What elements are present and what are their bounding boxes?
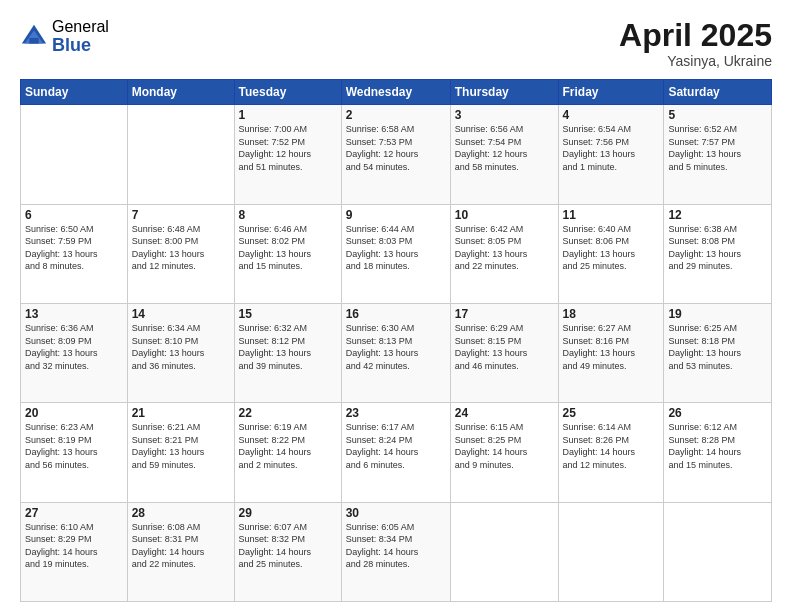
logo-general: General (52, 18, 109, 36)
day-info: Sunrise: 6:14 AM Sunset: 8:26 PM Dayligh… (563, 421, 660, 471)
day-info: Sunrise: 6:46 AM Sunset: 8:02 PM Dayligh… (239, 223, 337, 273)
table-row: 29Sunrise: 6:07 AM Sunset: 8:32 PM Dayli… (234, 502, 341, 601)
day-info: Sunrise: 6:29 AM Sunset: 8:15 PM Dayligh… (455, 322, 554, 372)
day-info: Sunrise: 6:52 AM Sunset: 7:57 PM Dayligh… (668, 123, 767, 173)
day-info: Sunrise: 6:23 AM Sunset: 8:19 PM Dayligh… (25, 421, 123, 471)
table-row: 13Sunrise: 6:36 AM Sunset: 8:09 PM Dayli… (21, 303, 128, 402)
day-info: Sunrise: 6:30 AM Sunset: 8:13 PM Dayligh… (346, 322, 446, 372)
header-saturday: Saturday (664, 80, 772, 105)
day-info: Sunrise: 6:36 AM Sunset: 8:09 PM Dayligh… (25, 322, 123, 372)
logo-blue: Blue (52, 36, 109, 56)
day-info: Sunrise: 6:50 AM Sunset: 7:59 PM Dayligh… (25, 223, 123, 273)
table-row: 21Sunrise: 6:21 AM Sunset: 8:21 PM Dayli… (127, 403, 234, 502)
table-row: 9Sunrise: 6:44 AM Sunset: 8:03 PM Daylig… (341, 204, 450, 303)
day-info: Sunrise: 6:48 AM Sunset: 8:00 PM Dayligh… (132, 223, 230, 273)
day-number: 12 (668, 208, 767, 222)
day-number: 23 (346, 406, 446, 420)
day-info: Sunrise: 7:00 AM Sunset: 7:52 PM Dayligh… (239, 123, 337, 173)
calendar-week-row: 6Sunrise: 6:50 AM Sunset: 7:59 PM Daylig… (21, 204, 772, 303)
table-row: 8Sunrise: 6:46 AM Sunset: 8:02 PM Daylig… (234, 204, 341, 303)
day-number: 18 (563, 307, 660, 321)
day-number: 14 (132, 307, 230, 321)
table-row: 17Sunrise: 6:29 AM Sunset: 8:15 PM Dayli… (450, 303, 558, 402)
day-info: Sunrise: 6:19 AM Sunset: 8:22 PM Dayligh… (239, 421, 337, 471)
header-tuesday: Tuesday (234, 80, 341, 105)
day-number: 15 (239, 307, 337, 321)
table-row: 14Sunrise: 6:34 AM Sunset: 8:10 PM Dayli… (127, 303, 234, 402)
day-info: Sunrise: 6:15 AM Sunset: 8:25 PM Dayligh… (455, 421, 554, 471)
day-number: 13 (25, 307, 123, 321)
day-number: 8 (239, 208, 337, 222)
day-info: Sunrise: 6:05 AM Sunset: 8:34 PM Dayligh… (346, 521, 446, 571)
header-wednesday: Wednesday (341, 80, 450, 105)
table-row: 15Sunrise: 6:32 AM Sunset: 8:12 PM Dayli… (234, 303, 341, 402)
calendar-week-row: 27Sunrise: 6:10 AM Sunset: 8:29 PM Dayli… (21, 502, 772, 601)
table-row: 25Sunrise: 6:14 AM Sunset: 8:26 PM Dayli… (558, 403, 664, 502)
table-row: 6Sunrise: 6:50 AM Sunset: 7:59 PM Daylig… (21, 204, 128, 303)
table-row: 1Sunrise: 7:00 AM Sunset: 7:52 PM Daylig… (234, 105, 341, 204)
day-number: 3 (455, 108, 554, 122)
calendar-week-row: 13Sunrise: 6:36 AM Sunset: 8:09 PM Dayli… (21, 303, 772, 402)
table-row (127, 105, 234, 204)
table-row: 26Sunrise: 6:12 AM Sunset: 8:28 PM Dayli… (664, 403, 772, 502)
table-row: 30Sunrise: 6:05 AM Sunset: 8:34 PM Dayli… (341, 502, 450, 601)
calendar-week-row: 1Sunrise: 7:00 AM Sunset: 7:52 PM Daylig… (21, 105, 772, 204)
day-info: Sunrise: 6:32 AM Sunset: 8:12 PM Dayligh… (239, 322, 337, 372)
day-number: 7 (132, 208, 230, 222)
table-row: 28Sunrise: 6:08 AM Sunset: 8:31 PM Dayli… (127, 502, 234, 601)
header-friday: Friday (558, 80, 664, 105)
day-info: Sunrise: 6:17 AM Sunset: 8:24 PM Dayligh… (346, 421, 446, 471)
day-number: 10 (455, 208, 554, 222)
table-row (21, 105, 128, 204)
location-subtitle: Yasinya, Ukraine (619, 53, 772, 69)
day-info: Sunrise: 6:38 AM Sunset: 8:08 PM Dayligh… (668, 223, 767, 273)
calendar-header-row: Sunday Monday Tuesday Wednesday Thursday… (21, 80, 772, 105)
day-number: 5 (668, 108, 767, 122)
day-number: 29 (239, 506, 337, 520)
day-number: 1 (239, 108, 337, 122)
logo: General Blue (20, 18, 109, 55)
day-number: 21 (132, 406, 230, 420)
title-area: April 2025 Yasinya, Ukraine (619, 18, 772, 69)
day-number: 30 (346, 506, 446, 520)
table-row: 27Sunrise: 6:10 AM Sunset: 8:29 PM Dayli… (21, 502, 128, 601)
header-thursday: Thursday (450, 80, 558, 105)
day-number: 24 (455, 406, 554, 420)
table-row: 24Sunrise: 6:15 AM Sunset: 8:25 PM Dayli… (450, 403, 558, 502)
day-info: Sunrise: 6:42 AM Sunset: 8:05 PM Dayligh… (455, 223, 554, 273)
day-number: 9 (346, 208, 446, 222)
table-row: 4Sunrise: 6:54 AM Sunset: 7:56 PM Daylig… (558, 105, 664, 204)
table-row: 23Sunrise: 6:17 AM Sunset: 8:24 PM Dayli… (341, 403, 450, 502)
table-row (664, 502, 772, 601)
day-info: Sunrise: 6:10 AM Sunset: 8:29 PM Dayligh… (25, 521, 123, 571)
day-number: 2 (346, 108, 446, 122)
day-number: 28 (132, 506, 230, 520)
day-info: Sunrise: 6:21 AM Sunset: 8:21 PM Dayligh… (132, 421, 230, 471)
day-info: Sunrise: 6:34 AM Sunset: 8:10 PM Dayligh… (132, 322, 230, 372)
page-header: General Blue April 2025 Yasinya, Ukraine (20, 18, 772, 69)
table-row: 19Sunrise: 6:25 AM Sunset: 8:18 PM Dayli… (664, 303, 772, 402)
table-row (558, 502, 664, 601)
table-row: 22Sunrise: 6:19 AM Sunset: 8:22 PM Dayli… (234, 403, 341, 502)
calendar-week-row: 20Sunrise: 6:23 AM Sunset: 8:19 PM Dayli… (21, 403, 772, 502)
svg-rect-2 (29, 38, 38, 44)
day-number: 17 (455, 307, 554, 321)
table-row: 5Sunrise: 6:52 AM Sunset: 7:57 PM Daylig… (664, 105, 772, 204)
table-row: 18Sunrise: 6:27 AM Sunset: 8:16 PM Dayli… (558, 303, 664, 402)
day-info: Sunrise: 6:12 AM Sunset: 8:28 PM Dayligh… (668, 421, 767, 471)
day-info: Sunrise: 6:40 AM Sunset: 8:06 PM Dayligh… (563, 223, 660, 273)
day-info: Sunrise: 6:27 AM Sunset: 8:16 PM Dayligh… (563, 322, 660, 372)
table-row: 10Sunrise: 6:42 AM Sunset: 8:05 PM Dayli… (450, 204, 558, 303)
table-row (450, 502, 558, 601)
header-sunday: Sunday (21, 80, 128, 105)
day-number: 25 (563, 406, 660, 420)
day-info: Sunrise: 6:58 AM Sunset: 7:53 PM Dayligh… (346, 123, 446, 173)
table-row: 11Sunrise: 6:40 AM Sunset: 8:06 PM Dayli… (558, 204, 664, 303)
day-info: Sunrise: 6:56 AM Sunset: 7:54 PM Dayligh… (455, 123, 554, 173)
day-number: 11 (563, 208, 660, 222)
day-number: 6 (25, 208, 123, 222)
day-number: 26 (668, 406, 767, 420)
day-info: Sunrise: 6:25 AM Sunset: 8:18 PM Dayligh… (668, 322, 767, 372)
month-title: April 2025 (619, 18, 772, 53)
day-number: 4 (563, 108, 660, 122)
